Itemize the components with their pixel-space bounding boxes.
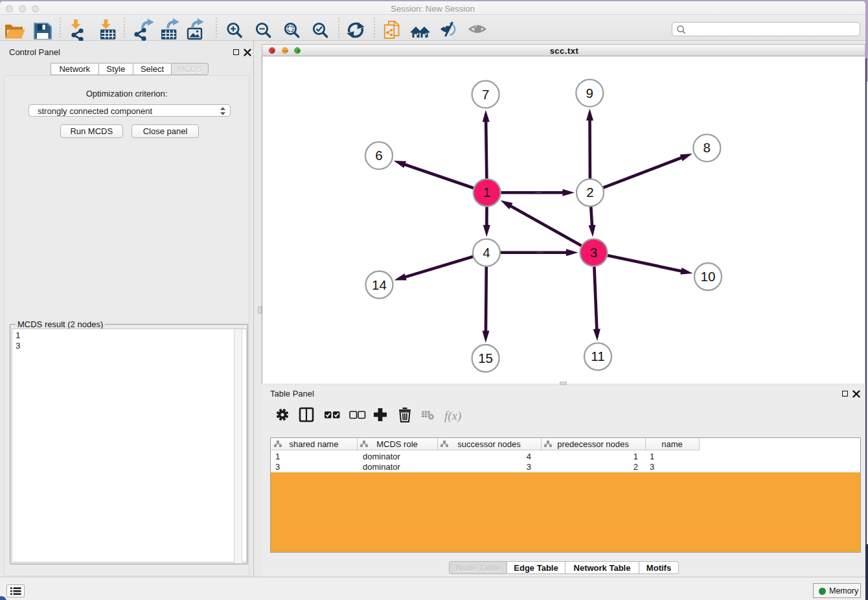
svg-text:15: 15	[478, 351, 493, 365]
svg-text:1: 1	[483, 185, 490, 200]
svg-text:7: 7	[482, 87, 489, 102]
svg-text:2: 2	[586, 185, 593, 200]
svg-text:4: 4	[483, 245, 490, 260]
svg-text:3: 3	[590, 245, 597, 260]
svg-text:14: 14	[372, 277, 387, 292]
svg-text:9: 9	[586, 86, 593, 100]
svg-text:10: 10	[701, 269, 716, 284]
svg-text:6: 6	[375, 148, 382, 163]
svg-text:11: 11	[591, 349, 604, 363]
svg-text:8: 8	[703, 140, 711, 155]
